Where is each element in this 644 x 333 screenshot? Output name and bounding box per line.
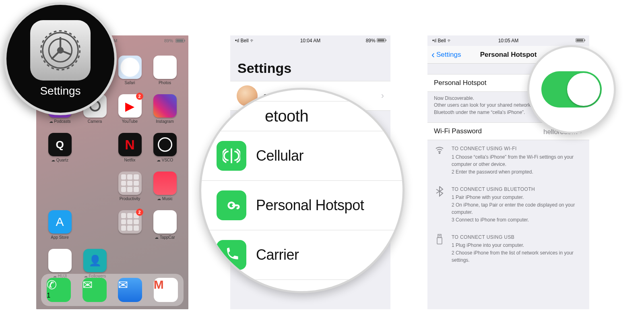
- instruction-text: TO CONNECT USING BLUETOOTH1 Pair iPhone …: [452, 186, 583, 224]
- app-tile: [153, 210, 177, 234]
- app-tile: [153, 133, 177, 156]
- app-tile: HUJI: [48, 249, 72, 272]
- cellular-icon: [217, 141, 246, 171]
- chevron-right-icon: ›: [381, 91, 384, 101]
- dock-app-phone[interactable]: ✆1: [47, 278, 71, 302]
- battery-icon: [175, 39, 184, 43]
- bluetooth-icon: [434, 186, 445, 224]
- app-vsco[interactable]: ☁ VSCO: [149, 133, 181, 169]
- instruction-usb: TO CONNECT USING USB1 Plug iPhone into y…: [427, 229, 589, 269]
- row-label: Personal Hotspot: [256, 197, 364, 214]
- svg-rect-6: [439, 235, 440, 236]
- back-label: Settings: [436, 51, 461, 59]
- app-tile: [118, 172, 142, 195]
- app-label: Productivity: [120, 196, 140, 201]
- carrier-label: Bell: [438, 38, 446, 43]
- app-label: ☁ VSCO: [157, 158, 173, 162]
- app-tile: Q: [48, 133, 72, 156]
- app-tile: [118, 56, 142, 79]
- app-tile: 👤: [83, 249, 107, 272]
- app-label: ☁ Music: [157, 196, 173, 201]
- app-label: Photos: [159, 81, 171, 85]
- settings-row-personal-hotspot[interactable]: Personal Hotspot: [201, 181, 402, 230]
- app-productivity[interactable]: Productivity: [114, 172, 146, 208]
- row-label: etooth: [265, 107, 308, 125]
- badge: 2: [136, 209, 143, 216]
- app-safari[interactable]: Safari: [114, 56, 146, 92]
- app-tile: [153, 172, 177, 195]
- nav-title: Personal Hotspot: [480, 51, 537, 59]
- dock-app-mail[interactable]: ✉︎: [118, 278, 142, 302]
- discover-line1: Now Discoverable.: [434, 95, 474, 101]
- status-time: 10:04 AM: [300, 38, 321, 43]
- app-label: Instagram: [156, 119, 173, 124]
- app-tile: ▶2: [118, 94, 142, 118]
- status-bar: •ıl Bell ᯤ 10:05 AM: [427, 35, 589, 46]
- settings-rows-callout: etoothCellularPersonal HotspotCarrier: [199, 88, 405, 293]
- instructions-section: TO CONNECT USING WI-FI1 Choose “cella's …: [427, 140, 589, 269]
- battery-icon: [377, 38, 386, 42]
- battery-percent: 89%: [366, 38, 376, 43]
- hotspot-icon: [217, 190, 246, 220]
- back-button[interactable]: ‹ Settings: [431, 50, 461, 60]
- app-tappcar[interactable]: ☁ TappCar: [149, 210, 181, 246]
- instruction-wifi: TO CONNECT USING WI-FI1 Choose “cella's …: [427, 140, 589, 180]
- app-tile: N: [118, 133, 142, 156]
- chevron-left-icon: ‹: [431, 50, 435, 60]
- battery-percent: 89%: [164, 38, 173, 43]
- svg-point-4: [439, 153, 440, 154]
- app-label: ☁ TappCar: [155, 235, 175, 240]
- status-time: 10:05 AM: [498, 38, 519, 43]
- svg-rect-8: [437, 238, 442, 244]
- instruction-text: TO CONNECT USING WI-FI1 Choose “cella's …: [452, 145, 583, 176]
- battery-icon: [576, 38, 584, 42]
- app-photos[interactable]: Photos: [149, 56, 181, 92]
- app-label: YouTube: [122, 119, 138, 124]
- app-label: Safari: [124, 81, 135, 85]
- toggle-label: Personal Hotspot: [434, 79, 486, 87]
- svg-rect-5: [438, 234, 441, 238]
- app-quartz[interactable]: Q☁ Quartz: [43, 133, 76, 169]
- instruction-text: TO CONNECT USING USB1 Plug iPhone into y…: [452, 234, 583, 264]
- instruction-bluetooth: TO CONNECT USING BLUETOOTH1 Pair iPhone …: [427, 181, 589, 229]
- app-youtube[interactable]: ▶2YouTube: [114, 94, 146, 130]
- app-tile: [153, 56, 177, 79]
- gear-icon: [38, 28, 83, 72]
- usb-icon: [434, 234, 445, 264]
- toggle-callout: [527, 45, 616, 134]
- app-label: ☁ Podcasts: [49, 119, 71, 124]
- app-tile: 2: [118, 210, 142, 234]
- app-app-store[interactable]: AApp Store: [43, 210, 76, 246]
- svg-rect-7: [440, 235, 441, 236]
- row-label: Carrier: [256, 246, 299, 263]
- carrier-label: Bell: [241, 38, 249, 43]
- toggle-switch-large[interactable]: [541, 71, 602, 108]
- app-tile: A: [48, 210, 72, 234]
- row-label: Cellular: [256, 147, 303, 164]
- settings-app-callout: Settings: [4, 2, 117, 115]
- app-icon[interactable]: 2: [114, 210, 146, 246]
- phone-icon: [217, 240, 246, 270]
- wifi-icon: [434, 145, 445, 176]
- dock-app-messages[interactable]: ✉︎: [83, 278, 107, 302]
- dock: ✆1✉︎✉︎M: [41, 274, 184, 306]
- settings-app-label: Settings: [40, 85, 80, 97]
- app-label: Netflix: [124, 158, 136, 162]
- settings-row-cellular[interactable]: Cellular: [201, 131, 402, 181]
- app-netflix[interactable]: NNetflix: [114, 133, 146, 169]
- app-label: App Store: [51, 235, 68, 240]
- app-music[interactable]: ☁ Music: [149, 172, 181, 208]
- app-tile: [153, 94, 177, 118]
- settings-header: Settings: [230, 46, 390, 81]
- app-label: Camera: [88, 119, 102, 124]
- status-bar: •ıl Bell ᯤ 10:04 AM 89%: [230, 35, 390, 46]
- settings-app-icon[interactable]: [30, 20, 91, 81]
- app-instagram[interactable]: Instagram: [149, 94, 181, 130]
- app-label: ☁ Quartz: [51, 158, 68, 162]
- badge: 2: [136, 93, 143, 100]
- wifi-password-label: Wi-Fi Password: [434, 127, 482, 135]
- dock-app-gmail[interactable]: M: [154, 278, 178, 302]
